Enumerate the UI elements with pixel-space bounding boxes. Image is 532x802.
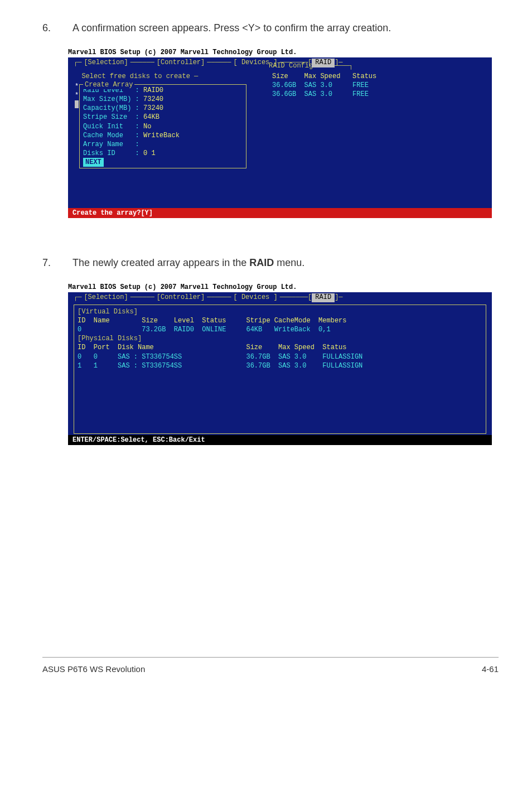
footer-left: ASUS P6T6 WS Revolution	[42, 664, 145, 674]
virtual-disk-row-0[interactable]: 0 73.2GB RAID0 ONLINE 64KB WriteBack 0,1	[78, 325, 482, 334]
tab-controller[interactable]: [Controller]	[154, 293, 207, 302]
disk-row-1[interactable]: 36.6GB SAS 3.0 FREE	[272, 90, 486, 99]
virtual-disks-columns: ID Name Size Level Status Stripe CacheMo…	[78, 316, 482, 325]
bios-body: ┌─ [Selection] ────── [Controller] ─────…	[68, 57, 492, 208]
step-text: The newly created array appears in the R…	[72, 257, 499, 269]
confirm-bar[interactable]: Create the array?[Y]	[68, 208, 492, 218]
page-footer: ASUS P6T6 WS Revolution 4-61	[42, 664, 499, 674]
bios-tabs: ┌─ [Selection] ────── [Controller] ─────…	[74, 59, 486, 67]
raid-level-value[interactable]: RAID0	[143, 86, 163, 94]
quick-init-key: Quick Init :	[83, 123, 139, 131]
create-array-panel: Create Array Raid Level : RAID0 Max Size…	[79, 84, 246, 169]
array-name-key: Array Name :	[83, 141, 139, 148]
bios-tabs: ┌─ [Selection] ────── [Controller] ─────…	[74, 293, 486, 302]
footer-right: 4-61	[482, 664, 499, 674]
tab-selection[interactable]: [Selection]	[81, 293, 130, 302]
left-pane: Select free disks to create ─ ** Create …	[74, 72, 269, 169]
stripe-size-key: Stripe Size :	[83, 113, 139, 121]
raid-list: [Virtual Disks] ID Name Size Level Statu…	[74, 305, 486, 434]
disks-id-value: 0 1	[143, 149, 156, 157]
physical-disk-row-1[interactable]: 1 1 SAS : ST336754SS 36.7GB SAS 3.0 FULL…	[78, 361, 482, 370]
cache-mode-value[interactable]: WriteBack	[143, 132, 180, 139]
create-array-label: Create Array	[83, 80, 134, 89]
stripe-size-value[interactable]: 64KB	[143, 113, 159, 121]
step-number: 7.	[42, 257, 56, 269]
capacity-value[interactable]: 73240	[143, 104, 163, 112]
step-6: 6. A confirmation screen appears. Press …	[42, 22, 499, 34]
help-bar: ENTER/SPACE:Select, ESC:Back/Exit	[68, 435, 492, 445]
bios-title: Marvell BIOS Setup (c) 2007 Marvell Tech…	[68, 47, 492, 57]
physical-disks-header: [Physical Disks]	[78, 334, 482, 343]
select-free-label: Select free disks to create ─	[74, 72, 269, 81]
tab-raid[interactable]: RAID	[312, 293, 335, 302]
tab-controller[interactable]: [Controller]	[154, 59, 207, 67]
physical-disk-row-0[interactable]: 0 0 SAS : ST336754SS 36.7GB SAS 3.0 FULL…	[78, 352, 482, 361]
virtual-disks-header: [Virtual Disks]	[78, 307, 482, 316]
disk-row-0[interactable]: 36.6GB SAS 3.0 FREE	[272, 81, 486, 90]
capacity-key: Capacity(MB) :	[83, 104, 139, 112]
bios-body: ┌─ [Selection] ────── [Controller] ─────…	[68, 292, 492, 435]
tab-devices[interactable]: [ Devices ]	[231, 59, 279, 67]
physical-disks-columns: ID Port Disk Name Size Max Speed Status	[78, 343, 482, 352]
quick-init-value[interactable]: No	[143, 123, 151, 131]
bios-screenshot-1: Marvell BIOS Setup (c) 2007 Marvell Tech…	[68, 47, 492, 218]
cache-mode-key: Cache Mode :	[83, 132, 139, 139]
selection-markers: **	[75, 82, 79, 109]
bios-screenshot-2: Marvell BIOS Setup (c) 2007 Marvell Tech…	[68, 282, 492, 445]
max-size-key: Max Size(MB) :	[83, 95, 139, 103]
max-size-value: 73240	[143, 95, 163, 103]
next-button[interactable]: NEXT	[83, 158, 104, 167]
disks-id-key: Disks ID :	[83, 149, 139, 157]
tab-devices[interactable]: [ Devices ]	[231, 293, 279, 302]
bios-title: Marvell BIOS Setup (c) 2007 Marvell Tech…	[68, 282, 492, 292]
disk-list-header: Size Max Speed Status	[272, 72, 486, 81]
step-7: 7. The newly created array appears in th…	[42, 257, 499, 269]
tab-raid[interactable]: RAID	[312, 59, 335, 67]
step-number: 6.	[42, 22, 56, 34]
right-pane: Size Max Speed Status 36.6GB SAS 3.0 FRE…	[269, 72, 486, 169]
step-text: A confirmation screen appears. Press <Y>…	[72, 22, 499, 34]
tab-selection[interactable]: [Selection]	[81, 59, 130, 67]
footer-rule	[42, 657, 499, 658]
